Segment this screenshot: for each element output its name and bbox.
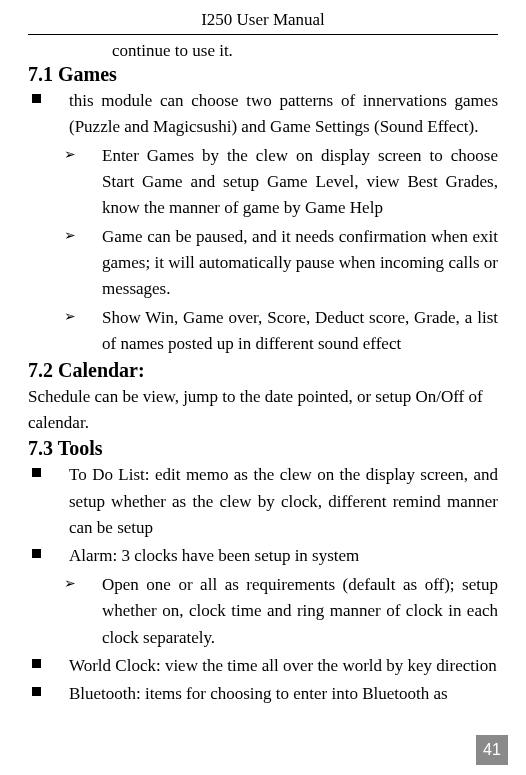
arrow-icon: ➢: [64, 308, 78, 325]
square-bullet-icon: [32, 94, 41, 103]
square-bullet-icon: [32, 468, 41, 477]
tools-sub-1: Open one or all as requirements (default…: [102, 572, 498, 651]
arrow-icon: ➢: [64, 227, 78, 244]
list-item: To Do List: edit memo as the clew on the…: [28, 462, 498, 541]
games-sub-2: Game can be paused, and it needs confirm…: [102, 224, 498, 303]
tools-bullet-2: Alarm: 3 clocks have been setup in syste…: [69, 543, 359, 569]
section-games-heading: 7.1 Games: [28, 63, 498, 86]
square-bullet-icon: [32, 687, 41, 696]
square-bullet-icon: [32, 549, 41, 558]
list-item: Bluetooth: items for choosing to enter i…: [28, 681, 498, 707]
tools-bullet-3: World Clock: view the time all over the …: [69, 653, 497, 679]
list-item: ➢ Show Win, Game over, Score, Deduct sco…: [64, 305, 498, 358]
games-sub-1: Enter Games by the clew on display scree…: [102, 143, 498, 222]
arrow-icon: ➢: [64, 146, 78, 163]
square-bullet-icon: [32, 659, 41, 668]
tools-bullet-1: To Do List: edit memo as the clew on the…: [69, 462, 498, 541]
list-item: World Clock: view the time all over the …: [28, 653, 498, 679]
page-header: I250 User Manual: [28, 10, 498, 35]
continue-text: continue to use it.: [112, 41, 498, 61]
list-item: ➢ Open one or all as requirements (defau…: [64, 572, 498, 651]
list-item: ➢ Enter Games by the clew on display scr…: [64, 143, 498, 222]
section-calendar-heading: 7.2 Calendar:: [28, 359, 498, 382]
games-sub-3: Show Win, Game over, Score, Deduct score…: [102, 305, 498, 358]
page-number: 41: [476, 735, 508, 765]
list-item: this module can choose two patterns of i…: [28, 88, 498, 141]
games-bullet-1: this module can choose two patterns of i…: [69, 88, 498, 141]
tools-bullet-4: Bluetooth: items for choosing to enter i…: [69, 681, 448, 707]
arrow-icon: ➢: [64, 575, 78, 592]
header-title: I250 User Manual: [201, 10, 325, 29]
calendar-body: Schedule can be view, jump to the date p…: [28, 384, 498, 435]
list-item: Alarm: 3 clocks have been setup in syste…: [28, 543, 498, 569]
section-tools-heading: 7.3 Tools: [28, 437, 498, 460]
list-item: ➢ Game can be paused, and it needs confi…: [64, 224, 498, 303]
